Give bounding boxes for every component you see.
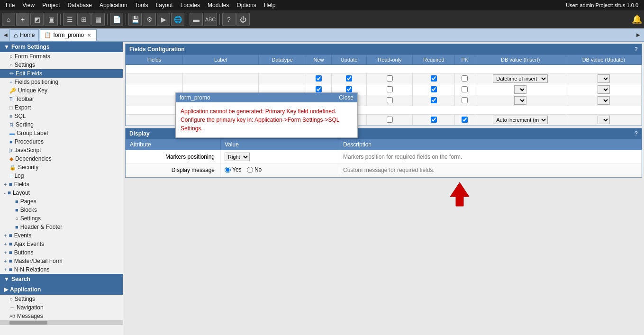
row1-db-update[interactable] <box>566 73 641 84</box>
sidebar-item-navigation[interactable]: → Navigation <box>0 303 123 312</box>
menu-application[interactable]: Application <box>96 1 131 9</box>
sidebar-item-toolbar[interactable]: T| Toolbar <box>0 95 123 103</box>
sidebar-item-buttons[interactable]: + ■ Buttons <box>0 248 123 257</box>
row2-pk[interactable] <box>455 84 475 95</box>
sidebar-item-layout-settings[interactable]: ○ Settings <box>0 214 123 223</box>
row1-db-insert[interactable]: Datetime of insert Auto increment (m <box>475 73 566 84</box>
row3-pk[interactable] <box>455 95 475 106</box>
row1-db-update-select[interactable] <box>598 74 610 83</box>
toolbar-copy-btn[interactable]: ◩ <box>30 13 44 26</box>
row2-required[interactable] <box>413 84 455 95</box>
row4-pk[interactable] <box>455 115 475 126</box>
row1-required[interactable] <box>413 73 455 84</box>
sidebar-item-blocks[interactable]: ■ Blocks <box>0 206 123 214</box>
row1-readonly[interactable] <box>367 73 413 84</box>
row2-db-insert[interactable] <box>475 84 566 95</box>
row1-required-check[interactable] <box>431 75 437 81</box>
toolbar-exit-btn[interactable]: ⏻ <box>236 13 250 26</box>
toolbar-doc-btn[interactable]: 📄 <box>110 13 123 26</box>
row1-update-check[interactable] <box>346 75 352 81</box>
row4-required-check[interactable] <box>431 117 437 123</box>
tab-close-btn[interactable]: ✕ <box>86 32 92 38</box>
message-no-radio[interactable] <box>247 167 253 173</box>
sidebar-item-group-label[interactable]: ▬ Group Label <box>0 129 123 137</box>
menu-view[interactable]: View <box>18 1 38 9</box>
sidebar-item-javascript[interactable]: js JavaScript <box>0 146 123 154</box>
row1-new-check[interactable] <box>316 75 322 81</box>
sidebar-item-edit-fields[interactable]: ✏ Edit Fields <box>0 69 123 78</box>
sidebar-item-unique-key[interactable]: 🔑 Unique Key <box>0 86 123 95</box>
message-yes-radio[interactable] <box>225 167 231 173</box>
toolbar-save-btn[interactable]: 💾 <box>128 13 142 26</box>
menu-help[interactable]: Help <box>260 1 280 9</box>
tab-nav-right[interactable]: ▶ <box>635 30 642 40</box>
row2-db-insert-select[interactable] <box>514 85 526 94</box>
row3-pk-check[interactable] <box>462 97 468 103</box>
row3-readonly[interactable] <box>367 95 413 106</box>
row1-db-insert-select[interactable]: Datetime of insert Auto increment (m <box>493 74 548 83</box>
popup-close-btn[interactable]: Close <box>339 94 354 101</box>
row2-required-check[interactable] <box>431 86 437 92</box>
sidebar-item-fields[interactable]: + ■ Fields <box>0 180 123 189</box>
menu-options[interactable]: Options <box>233 1 260 9</box>
sidebar-item-settings[interactable]: ○ Settings <box>0 61 123 69</box>
row2-readonly-check[interactable] <box>387 86 393 92</box>
row3-readonly-check[interactable] <box>387 97 393 103</box>
message-yes-label[interactable]: Yes <box>225 166 242 173</box>
row3-db-insert[interactable] <box>475 95 566 106</box>
row4-db-update[interactable] <box>566 115 641 126</box>
markers-positioning-select[interactable]: Right Left None <box>225 153 250 161</box>
sidebar-item-nn-relations[interactable]: + ■ N-N Relations <box>0 265 123 274</box>
toolbar-layout-btn[interactable]: ▬ <box>190 13 203 26</box>
sidebar-item-security[interactable]: 🔒 Security <box>0 163 123 172</box>
message-value[interactable]: Yes No <box>221 164 339 177</box>
row2-update-check[interactable] <box>346 86 352 92</box>
toolbar-table-btn[interactable]: ▦ <box>91 13 105 26</box>
sidebar-item-app-settings[interactable]: ○ Settings <box>0 295 123 303</box>
row1-readonly-check[interactable] <box>387 75 393 81</box>
sidebar-item-form-formats[interactable]: ○ Form Formats <box>0 52 123 61</box>
row4-db-insert-select[interactable]: Auto increment (m Datetime of insert <box>493 116 548 124</box>
markers-value[interactable]: Right Left None <box>221 150 339 164</box>
sidebar-application-header[interactable]: ▶ Application <box>0 284 123 295</box>
row3-db-insert-select[interactable] <box>514 96 526 105</box>
row3-db-update-select[interactable] <box>598 96 610 105</box>
row3-db-update[interactable] <box>566 95 641 106</box>
toolbar-settings-btn[interactable]: ⚙ <box>143 13 156 26</box>
toolbar-new-btn[interactable]: + <box>16 13 29 26</box>
row2-db-update-select[interactable] <box>598 85 610 94</box>
menu-tools[interactable]: Tools <box>131 1 152 9</box>
row2-pk-check[interactable] <box>462 86 468 92</box>
sidebar-scrollbar[interactable] <box>0 320 123 325</box>
row1-pk[interactable] <box>455 73 475 84</box>
row4-readonly[interactable] <box>367 115 413 126</box>
row2-readonly[interactable] <box>367 84 413 95</box>
sidebar-item-header-footer[interactable]: ■ Header & Footer <box>0 223 123 231</box>
menu-layout[interactable]: Layout <box>152 1 177 9</box>
row2-new-check[interactable] <box>316 86 322 92</box>
row3-required[interactable] <box>413 95 455 106</box>
tab-nav-left[interactable]: ◀ <box>2 30 9 40</box>
menu-database[interactable]: Database <box>64 1 96 9</box>
row4-db-insert[interactable]: Auto increment (m Datetime of insert <box>475 115 566 126</box>
row4-pk-check[interactable] <box>462 117 468 123</box>
sidebar-item-sql[interactable]: ≡ SQL <box>0 112 123 120</box>
sidebar-item-layout[interactable]: - ■ Layout <box>0 189 123 197</box>
toolbar-run-btn[interactable]: ▶ <box>157 13 170 26</box>
sidebar-item-messages[interactable]: AB Messages <box>0 312 123 320</box>
row4-required[interactable] <box>413 115 455 126</box>
row4-readonly-check[interactable] <box>387 117 393 123</box>
sidebar-item-fields-positioning[interactable]: + Fields positioning <box>0 78 123 86</box>
display-help[interactable]: ? <box>635 130 638 137</box>
sidebar-form-settings-header[interactable]: ▼ Form Settings <box>0 42 123 52</box>
row1-update[interactable] <box>331 73 367 84</box>
row3-required-check[interactable] <box>431 97 437 103</box>
sidebar-item-events[interactable]: + ■ Events <box>0 231 123 240</box>
message-no-label[interactable]: No <box>247 166 262 173</box>
menu-modules[interactable]: Modules <box>204 1 233 9</box>
menu-locales[interactable]: Locales <box>177 1 204 9</box>
toolbar-home-btn[interactable]: ⌂ <box>2 13 15 26</box>
toolbar-list-btn[interactable]: ☰ <box>63 13 76 26</box>
toolbar-abc-btn[interactable]: ABC <box>204 13 217 26</box>
tab-form-promo[interactable]: 📋 form_promo ✕ <box>40 29 97 41</box>
